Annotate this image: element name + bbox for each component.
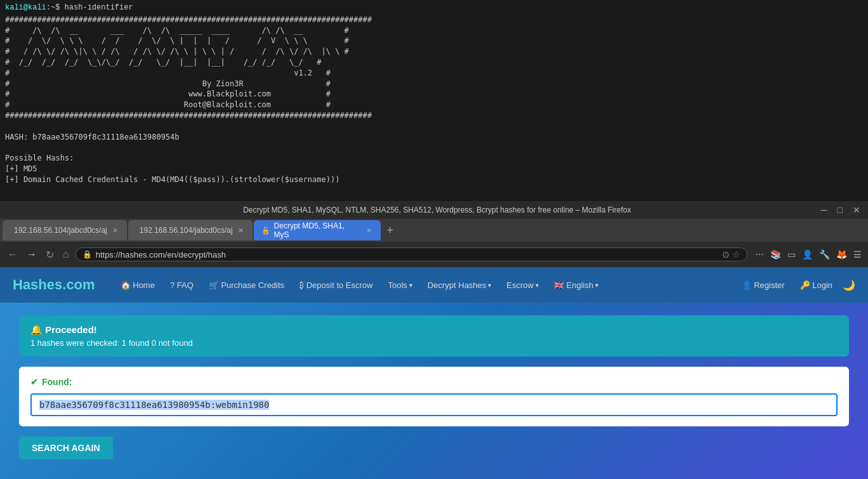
nav-decrypt-hashes[interactable]: Decrypt Hashes ▾ [421, 277, 497, 294]
nav-english[interactable]: 🇬🇧 English ▾ [548, 277, 605, 294]
english-caret: ▾ [595, 282, 598, 289]
addons-button[interactable]: 🔧 [818, 248, 831, 261]
tab-3-close[interactable]: ✕ [365, 226, 373, 235]
close-button[interactable]: ✕ [850, 205, 863, 215]
nav-login[interactable]: 🔑 Login [795, 278, 838, 292]
page-content: 🔔 Proceeded! 1 hashes were checked: 1 fo… [0, 303, 868, 472]
bell-icon: 🔔 [30, 324, 43, 335]
terminal: kali@kali:~$ hash-identifier ###########… [0, 0, 868, 201]
terminal-prompt: kali@kali [5, 3, 46, 12]
nav-right: 👤 Register 🔑 Login 🌙 [737, 278, 855, 292]
back-button[interactable]: ← [5, 247, 20, 261]
decrypt-hashes-caret: ▾ [488, 282, 491, 289]
nav-deposit-escrow[interactable]: ₿ Deposit to Escrow [293, 277, 379, 294]
tab-2[interactable]: 192.168.56.104/jabcd0cs/aj ✕ [128, 220, 253, 240]
navbar-brand[interactable]: Hashes.com [13, 277, 95, 293]
terminal-output: ########################################… [5, 15, 863, 185]
address-icons: ⊙ ☆ [722, 249, 740, 259]
nav-faq[interactable]: ? FAQ [164, 277, 200, 294]
tab-3[interactable]: 🔓 Decrypt MD5, SHA1, MyS ✕ [254, 220, 381, 240]
sidebar-button[interactable]: ▭ [786, 248, 797, 261]
reload-button[interactable]: ↻ [43, 247, 56, 262]
checkmark-icon: ✔ [30, 377, 38, 387]
minimize-button[interactable]: ─ [819, 205, 830, 215]
nav-home[interactable]: 🏠 Home [114, 277, 161, 294]
alert-content: 🔔 Proceeded! 1 hashes were checked: 1 fo… [30, 324, 193, 348]
address-input-wrapper: 🔒 ⊙ ☆ [76, 247, 747, 261]
extensions-button[interactable]: ⋯ [754, 248, 765, 261]
browser-extra-icons: ⋯ [754, 248, 765, 261]
lock-icon: 🔒 [82, 250, 92, 259]
alert-proceeded: 🔔 Proceeded! 1 hashes were checked: 1 fo… [19, 315, 849, 357]
firefox-button[interactable]: 🦊 [835, 248, 848, 261]
tab-1[interactable]: 192.168.56.104/jabcd0cs/aj ✕ [3, 220, 127, 240]
window-controls[interactable]: ─ □ ✕ [819, 205, 863, 215]
address-bar: ← → ↻ ⌂ 🔒 ⊙ ☆ ⋯ 📚 ▭ 👤 🔧 🦊 ☰ [0, 242, 868, 267]
sync-button[interactable]: 👤 [801, 248, 814, 261]
dark-mode-button[interactable]: 🌙 [843, 279, 855, 291]
found-box: ✔ Found: [19, 367, 849, 426]
new-tab-button[interactable]: + [382, 224, 399, 237]
found-value-input[interactable] [30, 393, 838, 416]
tab-3-icon: 🔓 [261, 226, 270, 235]
forward-button[interactable]: → [24, 247, 39, 261]
bookmark-icon[interactable]: ☆ [732, 249, 740, 259]
nav-register[interactable]: 👤 Register [737, 278, 790, 292]
found-label: ✔ Found: [30, 377, 838, 387]
alert-body: 1 hashes were checked: 1 found 0 not fou… [30, 338, 193, 348]
menu-button[interactable]: ☰ [852, 248, 863, 261]
alert-title: 🔔 Proceeded! [30, 324, 193, 336]
tab-2-label: 192.168.56.104/jabcd0cs/aj [140, 226, 233, 235]
website: Hashes.com 🏠 Home ? FAQ 🛒 Purchase Credi… [0, 267, 868, 479]
browser-titlebar: Decrypt MD5, SHA1, MySQL, NTLM, SHA256, … [0, 201, 868, 219]
nav-purchase-credits[interactable]: 🛒 Purchase Credits [202, 277, 291, 294]
navbar: Hashes.com 🏠 Home ? FAQ 🛒 Purchase Credi… [0, 267, 868, 303]
tools-caret: ▾ [409, 282, 412, 289]
nav-links: 🏠 Home ? FAQ 🛒 Purchase Credits ₿ Deposi… [114, 277, 724, 294]
escrow-caret: ▾ [536, 282, 539, 289]
browser-title: Decrypt MD5, SHA1, MySQL, NTLM, SHA256, … [56, 206, 819, 214]
tabs-bar: 192.168.56.104/jabcd0cs/aj ✕ 192.168.56.… [0, 219, 868, 242]
pocket-icon[interactable]: ⊙ [722, 249, 730, 259]
library-button[interactable]: 📚 [769, 248, 782, 261]
maximize-button[interactable]: □ [835, 205, 845, 215]
tab-1-label: 192.168.56.104/jabcd0cs/aj [14, 226, 107, 235]
tab-2-close[interactable]: ✕ [237, 226, 245, 235]
browser-toolbar: 📚 ▭ 👤 🔧 🦊 ☰ [769, 248, 863, 261]
tab-3-label: Decrypt MD5, SHA1, MyS [274, 221, 361, 239]
search-again-button[interactable]: SEARCH AGAIN [19, 436, 113, 459]
address-input[interactable] [96, 250, 718, 259]
home-button[interactable]: ⌂ [60, 247, 72, 261]
nav-tools[interactable]: Tools ▾ [381, 277, 418, 294]
tab-1-close[interactable]: ✕ [111, 226, 119, 235]
nav-escrow[interactable]: Escrow ▾ [500, 277, 545, 294]
